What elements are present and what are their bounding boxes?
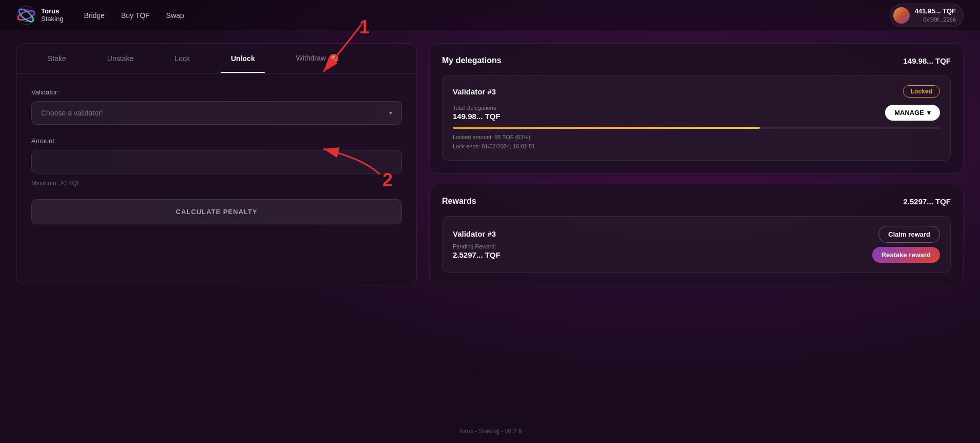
logo[interactable]: Torus Staking xyxy=(16,6,63,25)
logo-icon xyxy=(16,6,36,25)
right-panel: My delegations 149.98... TQF Validator #… xyxy=(429,43,964,285)
validator-label: Validator: xyxy=(31,88,402,96)
tab-lock[interactable]: Lock xyxy=(154,44,210,73)
wallet-info[interactable]: 441.95... TQF 0xf39f...2266 xyxy=(890,4,964,27)
minimum-hint: Minimum: >0 TQF xyxy=(31,180,402,187)
rewards-header: Rewards 2.5297... TQF xyxy=(442,197,951,206)
chevron-down-icon: ▾ xyxy=(389,109,392,117)
nav-buy-tqf[interactable]: Buy TQF xyxy=(121,11,150,20)
amount-label: Amount: xyxy=(31,137,402,145)
lock-info-line1: Locked amount: 95 TQF (63%) xyxy=(453,133,940,142)
logo-name: Torus xyxy=(41,8,63,15)
reward-sub-label: Pending Reward: xyxy=(453,243,501,249)
logo-subtitle: Staking xyxy=(41,15,63,23)
form-content: Validator: Choose a validator! ▾ Amount:… xyxy=(17,74,416,239)
withdraw-badge: 5 xyxy=(329,54,338,63)
lock-info-line2: Lock ends: 01/02/2024, 16:01:51 xyxy=(453,142,940,151)
footer: Torus - Staking - v0.2.9 xyxy=(0,428,980,435)
restake-reward-button[interactable]: Restake reward xyxy=(872,247,940,263)
left-panel: Stake Unstake Lock Unlock Withdraw5 Vali… xyxy=(16,43,417,285)
amount-input[interactable] xyxy=(31,150,402,174)
lock-progress-track xyxy=(453,127,940,129)
validator-placeholder-text: Choose a validator! xyxy=(41,109,103,117)
lock-progress-fill xyxy=(453,127,760,129)
delegation-amount: 149.98... TQF xyxy=(453,112,501,121)
reward-amount: 2.5297... TQF xyxy=(453,251,501,259)
delegations-header: My delegations 149.98... TQF xyxy=(442,56,951,65)
validator-select[interactable]: Choose a validator! ▾ xyxy=(31,101,402,125)
delegation-validator-name: Validator #3 xyxy=(453,87,496,96)
main-content: Stake Unstake Lock Unlock Withdraw5 Vali… xyxy=(0,31,980,298)
reward-validator-name: Validator #3 xyxy=(453,229,501,238)
reward-item: Validator #3 Pending Reward: 2.5297... T… xyxy=(442,216,951,273)
amount-section: Amount: xyxy=(31,137,402,174)
rewards-title: Rewards xyxy=(442,197,476,206)
version-text: Torus - Staking - v0.2.9 xyxy=(458,428,522,435)
nav-swap[interactable]: Swap xyxy=(166,11,184,20)
main-nav: Bridge Buy TQF Swap xyxy=(84,11,889,20)
rewards-total: 2.5297... TQF xyxy=(903,197,951,206)
delegations-title: My delegations xyxy=(442,56,502,65)
locked-badge: Locked xyxy=(903,85,940,98)
tab-unstake[interactable]: Unstake xyxy=(87,44,154,73)
rewards-card: Rewards 2.5297... TQF Validator #3 Pendi… xyxy=(429,184,964,285)
tab-bar: Stake Unstake Lock Unlock Withdraw5 xyxy=(17,44,416,74)
chevron-down-icon: ▾ xyxy=(927,109,931,117)
tab-withdraw[interactable]: Withdraw5 xyxy=(275,44,358,73)
tab-stake[interactable]: Stake xyxy=(27,44,87,73)
delegation-sub-label: Total Delegations xyxy=(453,105,501,111)
claim-reward-button[interactable]: Claim reward xyxy=(878,226,940,243)
manage-button[interactable]: MANAGE ▾ xyxy=(885,105,940,121)
calculate-penalty-button[interactable]: CALCULATE PENALTY xyxy=(31,199,402,224)
wallet-avatar xyxy=(893,7,910,24)
delegations-total: 149.98... TQF xyxy=(903,56,951,65)
nav-bridge[interactable]: Bridge xyxy=(84,11,104,20)
delegation-item: Validator #3 Locked Total Delegations 14… xyxy=(442,75,951,161)
wallet-balance: 441.95... TQF xyxy=(915,7,956,16)
tab-unlock[interactable]: Unlock xyxy=(210,44,276,73)
delegations-card: My delegations 149.98... TQF Validator #… xyxy=(429,43,964,174)
wallet-address: 0xf39f...2266 xyxy=(923,16,956,23)
lock-info: Locked amount: 95 TQF (63%) Lock ends: 0… xyxy=(453,133,940,151)
